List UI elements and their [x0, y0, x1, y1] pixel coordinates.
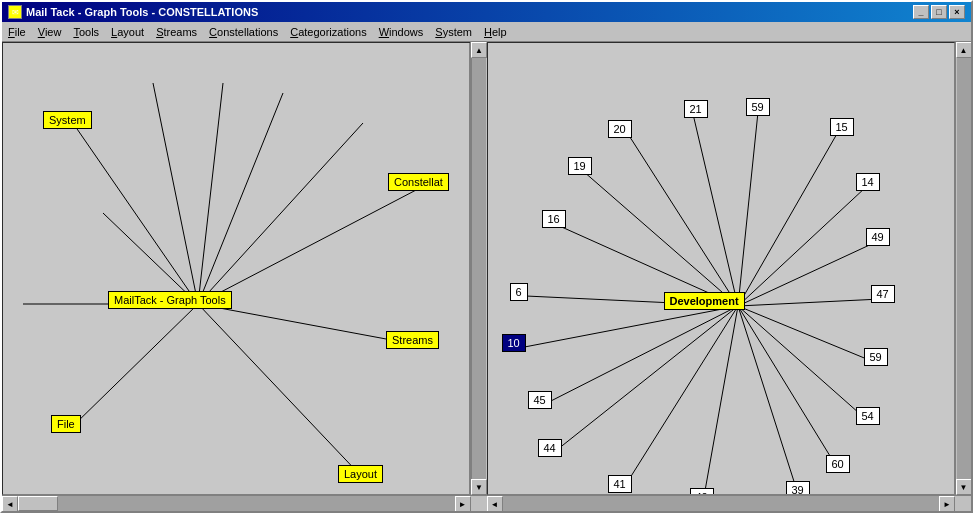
node-14[interactable]: 14	[856, 173, 880, 191]
app-icon: ✉	[8, 5, 22, 19]
node-file[interactable]: File	[51, 415, 81, 433]
left-scrollbar-v[interactable]: ▲ ▼	[471, 42, 487, 495]
menu-constellations[interactable]: Constellations	[203, 24, 284, 40]
right-scroll-left[interactable]: ◄	[487, 496, 503, 511]
node-60[interactable]: 60	[826, 455, 850, 473]
svg-line-13	[693, 114, 738, 306]
node-40[interactable]: 40	[690, 488, 714, 495]
node-59a[interactable]: 59	[746, 98, 770, 116]
menu-tools[interactable]: Tools	[67, 24, 105, 40]
left-scroll-right[interactable]: ►	[455, 496, 471, 511]
left-hscroll-thumb	[18, 496, 58, 511]
node-layout[interactable]: Layout	[338, 465, 383, 483]
maximize-button[interactable]: □	[931, 5, 947, 19]
svg-line-26	[553, 306, 738, 453]
menu-system[interactable]: System	[429, 24, 478, 40]
node-mailtack[interactable]: MailTack - Graph Tools	[108, 291, 232, 309]
svg-line-24	[543, 306, 738, 405]
node-16[interactable]: 16	[542, 210, 566, 228]
content-area: System Constellat MailTack - Graph Tools…	[2, 42, 971, 511]
right-scroll-up[interactable]: ▲	[956, 42, 972, 58]
svg-line-8	[71, 304, 198, 428]
right-scroll-track	[957, 58, 971, 479]
node-39[interactable]: 39	[786, 481, 810, 495]
svg-line-23	[738, 306, 874, 362]
right-corner	[955, 496, 971, 511]
svg-line-27	[738, 306, 838, 469]
svg-line-2	[198, 83, 223, 304]
node-21[interactable]: 21	[684, 100, 708, 118]
node-constellat[interactable]: Constellat	[388, 173, 449, 191]
svg-line-19	[738, 242, 876, 306]
left-bottom-bar: ◄ ►	[2, 495, 487, 511]
menu-windows[interactable]: Windows	[373, 24, 430, 40]
node-15[interactable]: 15	[830, 118, 854, 136]
svg-line-16	[583, 171, 738, 306]
menu-categorizations[interactable]: Categorizations	[284, 24, 372, 40]
right-scroll-right[interactable]: ►	[939, 496, 955, 511]
svg-line-21	[738, 299, 881, 306]
title-buttons: _ □ ×	[913, 5, 965, 19]
node-system[interactable]: System	[43, 111, 92, 129]
menu-view[interactable]: View	[32, 24, 68, 40]
svg-line-3	[198, 93, 283, 304]
svg-line-12	[628, 134, 738, 306]
svg-line-4	[198, 123, 363, 304]
right-hscroll-track	[503, 496, 940, 511]
node-development[interactable]: Development	[664, 292, 745, 310]
node-6[interactable]: 6	[510, 283, 528, 301]
right-pane-wrapper: 20 21 59 15 19 14 16 49 6 47 Development…	[487, 42, 972, 511]
left-pane-wrapper: System Constellat MailTack - Graph Tools…	[2, 42, 487, 511]
window-title: Mail Tack - Graph Tools - CONSTELLATIONS	[26, 6, 258, 18]
node-49[interactable]: 49	[866, 228, 890, 246]
left-scroll-down[interactable]: ▼	[471, 479, 487, 495]
close-button[interactable]: ×	[949, 5, 965, 19]
right-bottom-bar: ◄ ►	[487, 495, 972, 511]
left-hscroll-track	[18, 496, 455, 511]
node-45[interactable]: 45	[528, 391, 552, 409]
svg-line-28	[623, 306, 738, 489]
main-window: ✉ Mail Tack - Graph Tools - CONSTELLATIO…	[0, 0, 973, 513]
menu-bar: File View Tools Layout Streams Constella…	[2, 22, 971, 42]
node-54[interactable]: 54	[856, 407, 880, 425]
node-41[interactable]: 41	[608, 475, 632, 493]
title-bar: ✉ Mail Tack - Graph Tools - CONSTELLATIO…	[2, 2, 971, 22]
right-graph-pane: 20 21 59 15 19 14 16 49 6 47 Development…	[487, 42, 956, 495]
menu-help[interactable]: Help	[478, 24, 513, 40]
svg-line-25	[738, 306, 868, 421]
left-corner	[471, 496, 487, 511]
left-scroll-left[interactable]: ◄	[2, 496, 18, 511]
node-10[interactable]: 10	[502, 334, 526, 352]
node-19[interactable]: 19	[568, 157, 592, 175]
right-scrollbar-v[interactable]: ▲ ▼	[955, 42, 971, 495]
left-scroll-up[interactable]: ▲	[471, 42, 487, 58]
node-59b[interactable]: 59	[864, 348, 888, 366]
menu-streams[interactable]: Streams	[150, 24, 203, 40]
menu-file[interactable]: File	[2, 24, 32, 40]
right-pane-inner: 20 21 59 15 19 14 16 49 6 47 Development…	[487, 42, 972, 495]
minimize-button[interactable]: _	[913, 5, 929, 19]
svg-line-17	[738, 187, 866, 306]
right-scroll-down[interactable]: ▼	[956, 479, 972, 495]
left-pane-inner: System Constellat MailTack - Graph Tools…	[2, 42, 487, 495]
left-graph-pane: System Constellat MailTack - Graph Tools…	[2, 42, 471, 495]
node-47[interactable]: 47	[871, 285, 895, 303]
svg-line-5	[198, 189, 418, 304]
left-scroll-track	[472, 58, 486, 479]
node-20[interactable]: 20	[608, 120, 632, 138]
menu-layout[interactable]: Layout	[105, 24, 150, 40]
svg-line-22	[514, 306, 738, 349]
svg-line-29	[738, 306, 798, 494]
right-graph-lines	[488, 43, 955, 494]
node-streams[interactable]: Streams	[386, 331, 439, 349]
node-44[interactable]: 44	[538, 439, 562, 457]
title-bar-left: ✉ Mail Tack - Graph Tools - CONSTELLATIO…	[8, 5, 258, 19]
